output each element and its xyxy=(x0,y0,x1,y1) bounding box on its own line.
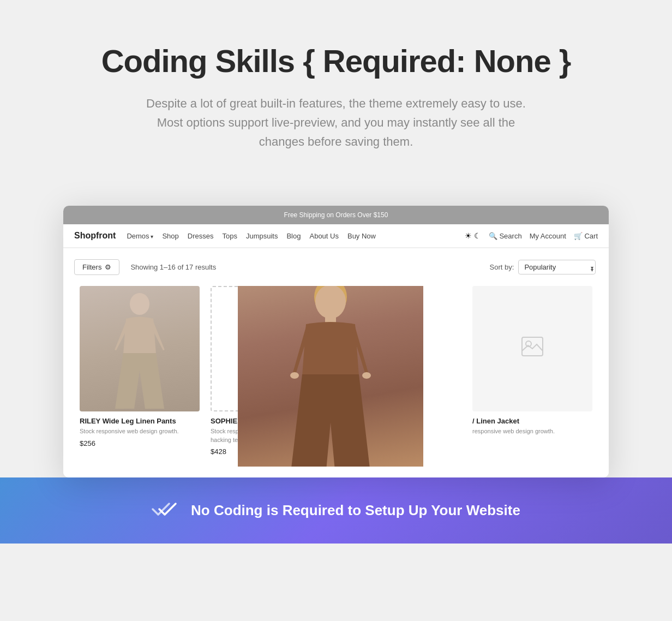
moon-icon[interactable]: ☾ xyxy=(474,231,481,240)
svg-point-10 xyxy=(290,372,299,379)
nav-link-demos[interactable]: Demos xyxy=(127,232,153,240)
svg-point-11 xyxy=(362,372,371,379)
nav-right: ☀ ☾ 🔍 Search My Account 🛒 Cart xyxy=(465,231,598,240)
browser-mockup: Free Shipping on Orders Over $150 Shopfr… xyxy=(63,206,609,477)
sort-select-wrap: Popularity Price: Low to High Price: Hig… xyxy=(518,260,598,274)
overlay-image xyxy=(238,286,423,467)
listing-toolbar: Filters ⚙ Showing 1–16 of 17 results Sor… xyxy=(74,259,598,275)
product-card-riley[interactable]: RILEY Wide Leg Linen Pants Stock respons… xyxy=(74,286,205,467)
product-name-jacket: / Linen Jacket xyxy=(472,417,592,425)
mode-icons: ☀ ☾ xyxy=(465,231,481,240)
product-card-jacket[interactable]: / Linen Jacket responsive web design gro… xyxy=(467,286,598,467)
product-name-riley: RILEY Wide Leg Linen Pants xyxy=(80,417,200,425)
svg-rect-4 xyxy=(522,337,543,356)
product-grid-container: RILEY Wide Leg Linen Pants Stock respons… xyxy=(74,286,598,467)
nav-links: Demos Shop Dresses Tops Jumpsuits Blog A… xyxy=(127,232,464,240)
showing-text: Showing 1–16 of 17 results xyxy=(130,263,216,271)
nav-link-shop[interactable]: Shop xyxy=(162,232,178,240)
shopfront-nav: Shopfront Demos Shop Dresses Tops Jumpsu… xyxy=(63,224,609,248)
filters-button[interactable]: Filters ⚙ xyxy=(74,259,119,275)
placeholder-icon-jacket xyxy=(521,337,543,361)
filter-icon: ⚙ xyxy=(105,263,111,271)
hero-title: Coding Skills { Required: None } xyxy=(65,44,607,79)
account-btn[interactable]: My Account xyxy=(530,232,566,240)
cart-btn[interactable]: 🛒 Cart xyxy=(574,232,598,240)
nav-link-dresses[interactable]: Dresses xyxy=(188,232,214,240)
page-wrapper: Coding Skills { Required: None } Despite… xyxy=(0,0,672,544)
product-image-riley xyxy=(80,286,200,411)
bottom-text: No Coding is Required to Setup Up Your W… xyxy=(191,502,520,519)
nav-link-jumpsuits[interactable]: Jumpsuits xyxy=(246,232,278,240)
sortby-label: Sort by: xyxy=(490,263,514,271)
product-desc-riley: Stock responsive web design growth. xyxy=(80,427,200,435)
nav-link-about[interactable]: About Us xyxy=(309,232,338,240)
listing-area: Filters ⚙ Showing 1–16 of 17 results Sor… xyxy=(63,248,609,477)
svg-point-8 xyxy=(315,286,346,318)
topbar-text: Free Shipping on Orders Over $150 xyxy=(284,211,388,219)
shopfront-logo: Shopfront xyxy=(74,231,116,241)
topbar: Free Shipping on Orders Over $150 xyxy=(63,206,609,224)
filters-label: Filters xyxy=(82,263,101,271)
product-image-jacket xyxy=(472,286,592,411)
nav-link-tops[interactable]: Tops xyxy=(222,232,237,240)
search-btn[interactable]: 🔍 Search xyxy=(489,232,522,240)
product-desc-jacket: responsive web design growth. xyxy=(472,427,592,435)
riley-image xyxy=(80,286,200,411)
hero-section: Coding Skills { Required: None } Despite… xyxy=(0,0,672,184)
double-checkmark-icon xyxy=(152,499,180,522)
nav-link-buynow[interactable]: Buy Now xyxy=(347,232,376,240)
nav-link-blog[interactable]: Blog xyxy=(286,232,301,240)
sun-icon[interactable]: ☀ xyxy=(465,231,472,240)
product-price-riley: $256 xyxy=(80,439,200,447)
overlay-figure xyxy=(238,286,423,467)
sort-select[interactable]: Popularity Price: Low to High Price: Hig… xyxy=(518,260,596,274)
bottom-section: No Coding is Required to Setup Up Your W… xyxy=(0,477,672,544)
hero-subtitle: Despite a lot of great built-in features… xyxy=(145,94,527,152)
svg-point-0 xyxy=(130,293,149,315)
sortby-area: Sort by: Popularity Price: Low to High P… xyxy=(490,260,598,274)
product-overlay-card xyxy=(238,286,423,467)
